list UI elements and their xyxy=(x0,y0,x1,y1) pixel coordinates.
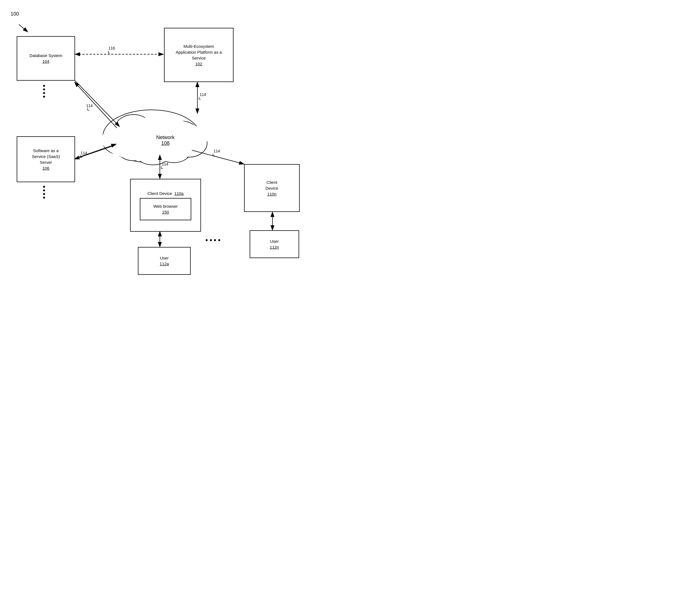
network-cloud: Network 108 xyxy=(120,122,211,158)
svg-line-17 xyxy=(75,82,117,128)
svg-text:114: 114 xyxy=(86,103,93,108)
network-ref: 108 xyxy=(161,141,170,146)
svg-text:116: 116 xyxy=(108,46,115,50)
dot xyxy=(218,239,220,241)
database-system-box: Database System 104 xyxy=(17,36,75,81)
dot xyxy=(43,190,45,191)
svg-text:114: 114 xyxy=(162,162,168,166)
network-label: Network xyxy=(156,134,175,141)
dot xyxy=(43,85,45,87)
user-n-box: User 112n xyxy=(250,230,299,258)
dots-db-vertical xyxy=(43,85,45,98)
svg-line-15 xyxy=(75,81,120,127)
platform-ref: 102 xyxy=(195,61,202,67)
user-a-label: User xyxy=(160,255,169,261)
dots-clients-horizontal xyxy=(206,239,220,241)
database-label: Database System xyxy=(29,53,62,58)
svg-text:114: 114 xyxy=(213,149,220,153)
client-n-label: Client Device xyxy=(265,179,278,191)
saas-box: Software as a Service (SaaS) Server 106 xyxy=(17,136,75,182)
client-n-ref: 110n xyxy=(267,191,276,197)
svg-text:114: 114 xyxy=(200,92,206,97)
client-a-label: Client Device xyxy=(148,191,172,196)
browser-ref: 150 xyxy=(162,209,169,215)
dot xyxy=(43,96,45,98)
client-a-ref: 110a xyxy=(174,191,183,196)
platform-box: Multi-Ecosystem Application Platform as … xyxy=(164,28,234,82)
dot xyxy=(206,239,208,241)
database-ref: 104 xyxy=(42,58,49,64)
dot xyxy=(214,239,216,241)
svg-text:114: 114 xyxy=(81,151,87,155)
web-browser-box: Web browser 150 xyxy=(140,198,191,220)
dot xyxy=(43,89,45,91)
client-device-a-box: Client Device 110a Web browser 150 xyxy=(130,179,201,232)
svg-line-3 xyxy=(19,24,28,32)
dots-saas-vertical xyxy=(43,186,45,199)
user-n-ref: 112n xyxy=(270,244,279,250)
dot xyxy=(43,186,45,188)
dot xyxy=(43,197,45,199)
user-n-label: User xyxy=(270,238,279,244)
dot xyxy=(210,239,212,241)
platform-label: Multi-Ecosystem Application Platform as … xyxy=(176,43,222,61)
svg-line-22 xyxy=(75,145,115,159)
user-a-ref: 112a xyxy=(160,261,169,267)
saas-ref: 106 xyxy=(42,165,49,171)
svg-line-20 xyxy=(75,144,116,158)
user-a-box: User 112a xyxy=(138,247,191,275)
dot xyxy=(43,193,45,195)
diagram: 100 116 xyxy=(0,0,350,298)
diagram-label-100: 100 xyxy=(10,11,19,17)
saas-label: Software as a Service (SaaS) Server xyxy=(32,148,60,165)
dot xyxy=(43,92,45,94)
client-device-n-box: Client Device 110n xyxy=(244,164,300,212)
browser-label: Web browser xyxy=(153,203,178,209)
